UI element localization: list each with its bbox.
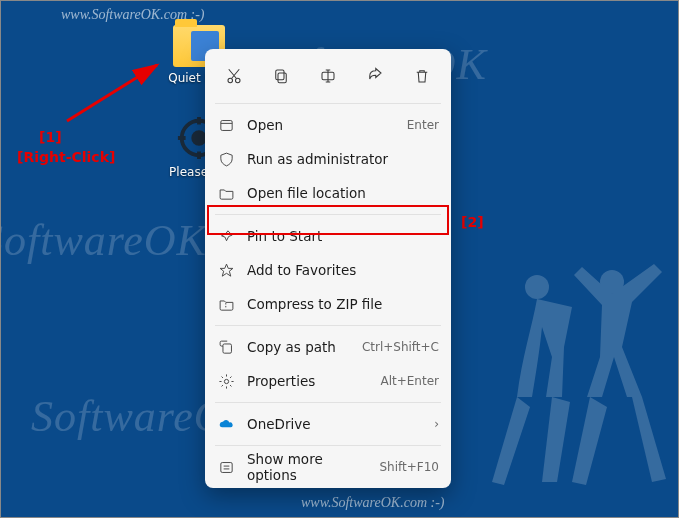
watermark-large-2: SoftwareOK — [0, 215, 207, 266]
star-icon — [217, 261, 235, 279]
menu-label: Add to Favorites — [247, 262, 439, 278]
context-menu-toolbar — [205, 55, 451, 99]
menu-item-more-options[interactable]: Show more options Shift+F10 — [205, 450, 451, 484]
folder-icon — [217, 184, 235, 202]
svg-rect-6 — [276, 70, 284, 80]
share-button[interactable] — [357, 61, 393, 93]
menu-item-open[interactable]: Open Enter — [205, 108, 451, 142]
open-icon — [217, 116, 235, 134]
separator — [215, 214, 441, 215]
delete-button[interactable] — [404, 61, 440, 93]
menu-item-copy-path[interactable]: Copy as path Ctrl+Shift+C — [205, 330, 451, 364]
annotation-2: [2] — [461, 214, 484, 230]
chevron-right-icon: › — [434, 417, 439, 431]
menu-item-run-admin[interactable]: Run as administrator — [205, 142, 451, 176]
svg-rect-9 — [222, 343, 231, 352]
svg-rect-5 — [278, 73, 286, 83]
menu-item-properties[interactable]: Properties Alt+Enter — [205, 364, 451, 398]
menu-label: Copy as path — [247, 339, 350, 355]
svg-point-4 — [236, 78, 241, 83]
menu-item-pin-start[interactable]: Pin to Start — [205, 219, 451, 253]
menu-item-compress-zip[interactable]: Compress to ZIP file — [205, 287, 451, 321]
rename-button[interactable] — [310, 61, 346, 93]
copy-icon — [272, 67, 290, 88]
svg-point-3 — [228, 78, 233, 83]
separator — [215, 445, 441, 446]
svg-rect-11 — [220, 462, 231, 472]
rename-icon — [319, 67, 337, 88]
context-menu: Open Enter Run as administrator Open fil… — [205, 49, 451, 488]
menu-label: Compress to ZIP file — [247, 296, 439, 312]
onedrive-icon — [217, 415, 235, 433]
menu-item-onedrive[interactable]: OneDrive › — [205, 407, 451, 441]
svg-line-2 — [67, 65, 157, 121]
copy-button[interactable] — [263, 61, 299, 93]
annotation-arrow — [61, 59, 171, 129]
menu-accel: Alt+Enter — [380, 374, 439, 388]
menu-label: Run as administrator — [247, 151, 439, 167]
cut-button[interactable] — [216, 61, 252, 93]
menu-label: Pin to Start — [247, 228, 439, 244]
more-icon — [217, 458, 235, 476]
watermark-figures — [482, 247, 672, 487]
menu-item-add-favorites[interactable]: Add to Favorites — [205, 253, 451, 287]
svg-point-12 — [525, 275, 549, 299]
admin-icon — [217, 150, 235, 168]
svg-point-10 — [224, 379, 228, 383]
svg-rect-8 — [220, 120, 231, 130]
menu-accel: Shift+F10 — [379, 460, 439, 474]
separator — [215, 325, 441, 326]
copypath-icon — [217, 338, 235, 356]
menu-accel: Ctrl+Shift+C — [362, 340, 439, 354]
props-icon — [217, 372, 235, 390]
menu-accel: Enter — [407, 118, 439, 132]
share-icon — [366, 67, 384, 88]
menu-label: Properties — [247, 373, 368, 389]
menu-label: OneDrive — [247, 416, 422, 432]
delete-icon — [413, 67, 431, 88]
menu-item-open-location[interactable]: Open file location — [205, 176, 451, 210]
annotation-right-click: [Right-Click] — [17, 149, 115, 165]
watermark-small-bottom: www.SoftwareOK.com :-) — [301, 495, 445, 511]
separator — [215, 103, 441, 104]
cut-icon — [225, 67, 243, 88]
annotation-1: [1] — [39, 129, 62, 145]
menu-label: Show more options — [247, 451, 367, 483]
pin-icon — [217, 227, 235, 245]
menu-label: Open — [247, 117, 395, 133]
menu-label: Open file location — [247, 185, 439, 201]
zip-icon — [217, 295, 235, 313]
separator — [215, 402, 441, 403]
